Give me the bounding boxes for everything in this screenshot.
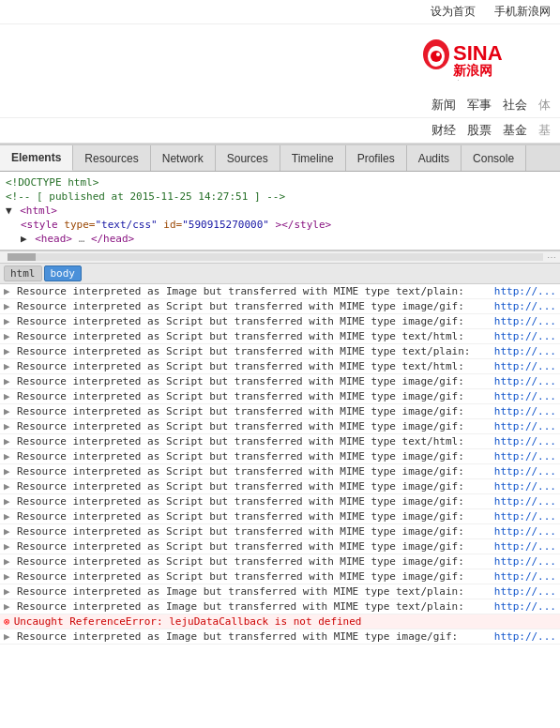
- arrow-icon: ▶: [4, 420, 13, 432]
- log-line: ▶ Resource interpreted as Script but tra…: [0, 299, 560, 314]
- head-line[interactable]: ▶ <head> … </head>: [6, 232, 554, 246]
- arrow-icon: ▶: [4, 465, 13, 478]
- tab-profiles[interactable]: Profiles: [346, 145, 407, 171]
- log-line: ▶ Resource interpreted as Script but tra…: [0, 434, 560, 449]
- log-link[interactable]: http://...: [494, 405, 556, 417]
- log-line: ▶ Resource interpreted as Script but tra…: [0, 344, 560, 359]
- arrow-icon: ▶: [4, 315, 13, 327]
- log-line: ▶ Resource interpreted as Image but tran…: [0, 599, 560, 614]
- log-line: ▶ Resource interpreted as Script but tra…: [0, 404, 560, 419]
- log-link[interactable]: http://...: [494, 360, 556, 372]
- tab-network[interactable]: Network: [151, 145, 216, 171]
- log-msg: Resource interpreted as Script but trans…: [17, 390, 491, 402]
- log-link[interactable]: http://...: [494, 390, 556, 402]
- arrow-icon: ▶: [4, 375, 13, 387]
- arrow-icon: ▶: [4, 390, 13, 402]
- log-link[interactable]: http://...: [494, 585, 556, 598]
- breadcrumb-bar: html body: [0, 264, 560, 284]
- arrow-icon: ▶: [4, 495, 13, 508]
- log-msg: Resource interpreted as Script but trans…: [17, 345, 491, 357]
- nav-military[interactable]: 军事: [467, 97, 492, 114]
- log-msg: Resource interpreted as Script but trans…: [17, 495, 491, 508]
- head-triangle[interactable]: ▶: [21, 233, 27, 245]
- nav-truncated-2: 基: [538, 122, 551, 139]
- devtools-panel: Elements Resources Network Sources Timel…: [0, 144, 560, 712]
- arrow-icon: ▶: [4, 435, 13, 447]
- breadcrumb-body[interactable]: body: [44, 265, 83, 281]
- log-msg: Resource interpreted as Script but trans…: [17, 555, 491, 568]
- log-msg: Resource interpreted as Script but trans…: [17, 510, 491, 523]
- tab-timeline[interactable]: Timeline: [280, 145, 346, 171]
- nav-society[interactable]: 社会: [503, 97, 527, 114]
- arrow-icon: ▶: [4, 555, 13, 568]
- nav-stocks[interactable]: 股票: [467, 122, 492, 139]
- log-link[interactable]: http://...: [494, 450, 556, 463]
- tab-console[interactable]: Console: [462, 145, 526, 171]
- log-msg: Resource interpreted as Image but transf…: [17, 630, 491, 643]
- log-link[interactable]: http://...: [494, 525, 556, 538]
- log-line: ▶ Resource interpreted as Script but tra…: [0, 419, 560, 434]
- style-id-val: "590915270000": [182, 219, 269, 231]
- mobile-sina-link[interactable]: 手机新浪网: [494, 4, 551, 20]
- log-msg: Resource interpreted as Script but trans…: [17, 450, 491, 463]
- style-type-attr: type=: [64, 219, 95, 231]
- log-link[interactable]: http://...: [494, 315, 556, 327]
- log-line: ▶ Resource interpreted as Script but tra…: [0, 539, 560, 554]
- log-msg: Resource interpreted as Script but trans…: [17, 420, 491, 432]
- log-link[interactable]: http://...: [494, 480, 556, 493]
- log-msg: Resource interpreted as Script but trans…: [17, 435, 491, 447]
- log-msg: Resource interpreted as Script but trans…: [17, 465, 491, 478]
- sina-logo: SINA 新浪网 sina.com.cn: [419, 34, 541, 83]
- tab-audits[interactable]: Audits: [407, 145, 462, 171]
- error-msg: Uncaught ReferenceError: lejuDataCallbac…: [14, 615, 556, 628]
- scroll-thumb[interactable]: [8, 253, 36, 261]
- arrow-icon: ▶: [4, 300, 13, 312]
- arrow-icon: ▶: [4, 630, 13, 643]
- log-link[interactable]: http://...: [494, 600, 556, 613]
- log-link[interactable]: http://...: [494, 495, 556, 508]
- arrow-icon: ▶: [4, 345, 13, 357]
- log-link[interactable]: http://...: [494, 555, 556, 568]
- log-link[interactable]: http://...: [494, 330, 556, 342]
- elements-panel: <!DOCTYPE html> <!-- [ published at 2015…: [0, 172, 560, 250]
- comment-text: <!-- [ published at 2015-11-25 14:27:51 …: [6, 190, 285, 203]
- log-link[interactable]: http://...: [494, 540, 556, 553]
- log-link[interactable]: http://...: [494, 285, 556, 297]
- horizontal-scrollbar[interactable]: ⋯: [0, 250, 560, 264]
- log-msg: Resource interpreted as Image but transf…: [17, 285, 491, 297]
- style-line[interactable]: <style type="text/css" id="590915270000"…: [6, 218, 554, 232]
- tab-resources[interactable]: Resources: [73, 145, 150, 171]
- log-line: ▶ Resource interpreted as Script but tra…: [0, 449, 560, 464]
- log-link[interactable]: http://...: [494, 435, 556, 447]
- doctype-text: <!DOCTYPE html>: [6, 176, 98, 189]
- log-link[interactable]: http://...: [494, 510, 556, 523]
- log-line: ▶ Resource interpreted as Script but tra…: [0, 389, 560, 404]
- breadcrumb-html[interactable]: html: [4, 265, 42, 281]
- log-line: ▶ Resource interpreted as Script but tra…: [0, 464, 560, 479]
- arrow-icon: ▶: [4, 570, 13, 583]
- log-link[interactable]: http://...: [494, 300, 556, 312]
- comment-line: <!-- [ published at 2015-11-25 14:27:51 …: [6, 190, 554, 204]
- nav-funds[interactable]: 基金: [503, 122, 527, 139]
- top-bar: 设为首页 手机新浪网: [0, 0, 560, 24]
- log-link[interactable]: http://...: [494, 420, 556, 432]
- tab-elements[interactable]: Elements: [0, 145, 73, 171]
- html-triangle[interactable]: ▼: [6, 205, 12, 217]
- console-log-area[interactable]: ▶ Resource interpreted as Image but tran…: [0, 284, 560, 712]
- nav-links-2: 财经 股票 基金 基: [0, 118, 560, 144]
- log-link[interactable]: http://...: [494, 465, 556, 478]
- scroll-track[interactable]: [8, 253, 543, 261]
- set-homepage-link[interactable]: 设为首页: [431, 4, 476, 20]
- log-link[interactable]: http://...: [494, 375, 556, 387]
- nav-finance[interactable]: 财经: [431, 122, 456, 139]
- log-link[interactable]: http://...: [494, 345, 556, 357]
- devtools-tab-bar: Elements Resources Network Sources Timel…: [0, 145, 560, 172]
- arrow-icon: ▶: [4, 585, 13, 598]
- log-link[interactable]: http://...: [494, 570, 556, 583]
- arrow-icon: ▶: [4, 450, 13, 463]
- svg-point-3: [436, 53, 440, 56]
- nav-news[interactable]: 新闻: [431, 97, 456, 114]
- html-line[interactable]: ▼ <html>: [6, 204, 554, 218]
- tab-sources[interactable]: Sources: [216, 145, 280, 171]
- log-link[interactable]: http://...: [494, 630, 556, 643]
